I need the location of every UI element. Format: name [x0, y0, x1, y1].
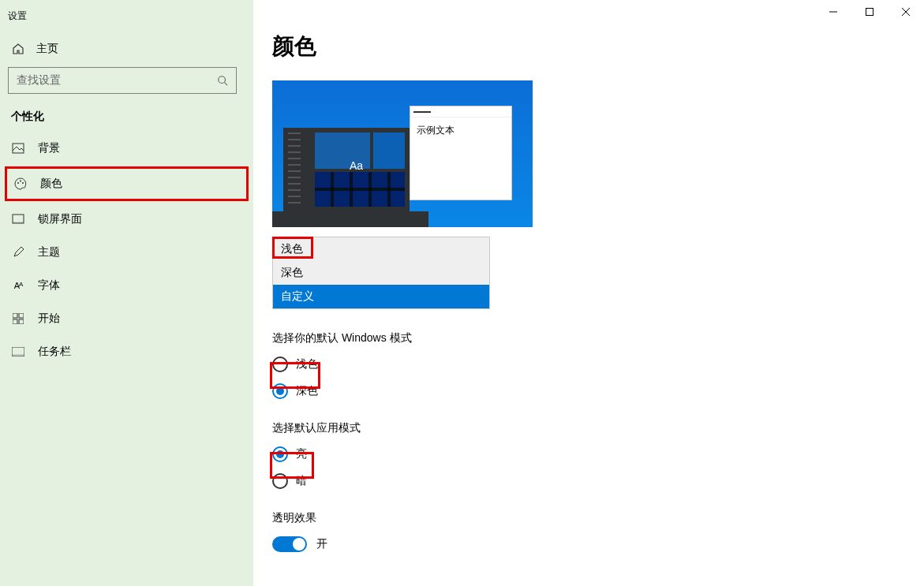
sidebar-label-themes: 主题	[38, 245, 60, 259]
brush-icon	[11, 246, 25, 259]
preview-window: 示例文本	[410, 106, 512, 200]
search-placeholder: 查找设置	[17, 73, 61, 88]
app-mode-light[interactable]: 亮	[272, 446, 924, 462]
preview-tile	[373, 133, 405, 169]
window-controls	[815, 0, 924, 24]
svg-point-3	[17, 182, 19, 184]
color-mode-dropdown[interactable]: 浅色 深色 自定义	[272, 237, 490, 309]
home-link[interactable]: 主页	[0, 26, 253, 67]
radio-label-light: 浅色	[296, 357, 318, 371]
preview-window-titlebar	[410, 106, 511, 118]
sidebar-item-fonts[interactable]: AA 字体	[0, 269, 253, 302]
radio-icon	[272, 473, 288, 489]
home-icon	[11, 43, 25, 55]
svg-rect-13	[12, 354, 24, 356]
svg-rect-8	[13, 313, 17, 318]
svg-rect-11	[19, 319, 24, 324]
image-icon	[11, 142, 25, 155]
sidebar-item-lockscreen[interactable]: 锁屏界面	[0, 203, 253, 236]
sidebar-label-background: 背景	[38, 141, 60, 155]
radio-icon	[272, 356, 288, 372]
preview-taskbar	[272, 211, 428, 227]
dropdown-option-dark[interactable]: 深色	[273, 261, 489, 285]
svg-rect-9	[19, 313, 24, 318]
radio-label-dark: 深色	[296, 384, 318, 398]
maximize-button[interactable]	[851, 0, 888, 24]
taskbar-icon	[11, 347, 25, 356]
home-label: 主页	[36, 42, 58, 56]
radio-label-app-dark: 暗	[296, 474, 307, 488]
svg-point-4	[20, 181, 21, 182]
radio-icon	[272, 446, 288, 462]
preview-tile-text: Aa	[350, 159, 363, 172]
close-button[interactable]	[888, 0, 924, 24]
dropdown-option-light[interactable]: 浅色	[273, 237, 489, 261]
sidebar-label-fonts: 字体	[38, 278, 60, 293]
start-icon	[11, 313, 25, 324]
font-icon: AA	[11, 281, 25, 290]
svg-rect-10	[13, 319, 17, 324]
preview-sample-text: 示例文本	[410, 118, 511, 144]
radio-label-app-light: 亮	[296, 447, 307, 461]
sidebar-label-start: 开始	[38, 312, 60, 326]
lock-screen-icon	[11, 213, 25, 226]
window-title: 设置	[0, 6, 253, 26]
windows-mode-dark[interactable]: 深色	[272, 383, 924, 399]
windows-mode-light[interactable]: 浅色	[272, 356, 924, 372]
transparency-toggle[interactable]	[272, 536, 307, 552]
sidebar: 设置 主页 查找设置 个性化 背景 颜色 锁屏界面	[0, 0, 253, 586]
sidebar-item-colors[interactable]: 颜色	[5, 166, 249, 201]
sidebar-label-taskbar: 任务栏	[38, 345, 71, 359]
transparency-state: 开	[316, 537, 327, 551]
svg-rect-7	[13, 222, 24, 223]
preview-start-menu: Aa	[283, 128, 410, 211]
windows-mode-label: 选择你的默认 Windows 模式	[272, 331, 924, 345]
sidebar-item-start[interactable]: 开始	[0, 302, 253, 335]
app-mode-dark[interactable]: 暗	[272, 473, 924, 489]
svg-rect-15	[866, 9, 873, 16]
sidebar-label-colors: 颜色	[40, 177, 62, 191]
sidebar-item-background[interactable]: 背景	[0, 132, 253, 165]
radio-icon	[272, 383, 288, 399]
dropdown-option-custom[interactable]: 自定义	[273, 285, 489, 308]
palette-icon	[13, 177, 28, 190]
app-mode-label: 选择默认应用模式	[272, 421, 924, 435]
minimize-button[interactable]	[815, 0, 851, 24]
search-icon	[217, 75, 228, 86]
svg-point-5	[22, 182, 24, 184]
transparency-label: 透明效果	[272, 511, 924, 525]
color-preview: Aa 示例文本	[272, 80, 533, 227]
sidebar-item-themes[interactable]: 主题	[0, 236, 253, 269]
svg-line-1	[225, 83, 228, 86]
content-pane: 颜色 Aa 示例文本 浅色 深色 自定义 选择你的默认 Windows 模式	[253, 0, 924, 586]
sidebar-item-taskbar[interactable]: 任务栏	[0, 335, 253, 368]
sidebar-label-lockscreen: 锁屏界面	[38, 212, 82, 226]
svg-point-0	[219, 77, 226, 84]
category-title: 个性化	[0, 94, 253, 132]
search-input[interactable]: 查找设置	[8, 67, 237, 94]
preview-tiles-grid	[315, 172, 405, 207]
